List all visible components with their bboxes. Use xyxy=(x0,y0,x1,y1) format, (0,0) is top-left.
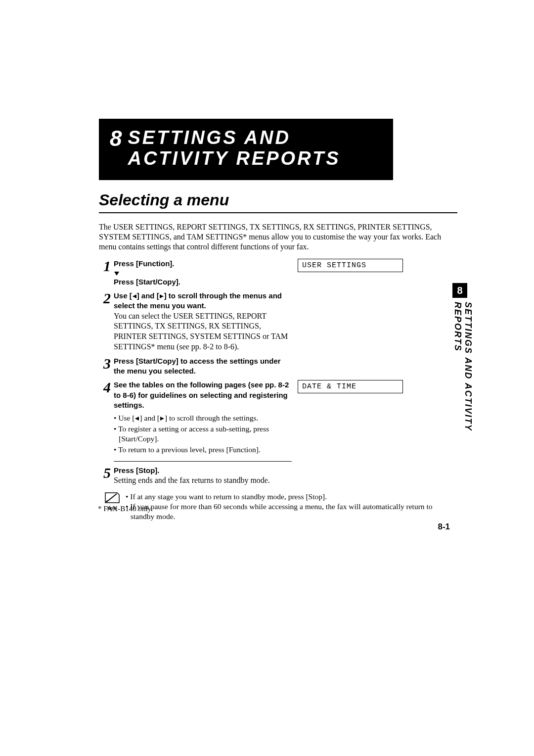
step-5: 5 Press [Stop]. Setting ends and the fax… xyxy=(99,466,457,486)
step-4: 4 See the tables on the following pages … xyxy=(99,380,457,456)
chapter-title-line1: SETTINGS AND xyxy=(128,127,291,148)
step-4-bullet-3: To return to a previous level, press [Fu… xyxy=(114,445,292,455)
step-number: 5 xyxy=(99,466,111,480)
svg-marker-0 xyxy=(114,272,119,276)
svg-marker-2 xyxy=(160,294,164,298)
step-5-bold: Press [Stop]. xyxy=(114,466,292,475)
step-4-bullets: Use [] and [] to scroll through the sett… xyxy=(114,413,292,455)
step-2: 2 Use [] and [] to scroll through the me… xyxy=(99,291,457,352)
step-1: 1 Press [Function]. Press [Start/Copy]. … xyxy=(99,259,457,287)
triangle-right-icon xyxy=(159,294,164,299)
step-number: 1 xyxy=(99,259,111,274)
step-1-line1: Press [Function]. xyxy=(114,259,292,269)
step-5-plain: Setting ends and the fax returns to stan… xyxy=(114,475,292,486)
chapter-number: 8 xyxy=(110,128,122,149)
svg-line-6 xyxy=(107,494,117,502)
triangle-down-icon xyxy=(114,271,120,276)
chapter-banner: 8 SETTINGS AND ACTIVITY REPORTS xyxy=(99,119,393,180)
steps-list: 1 Press [Function]. Press [Start/Copy]. … xyxy=(99,259,457,521)
triangle-right-icon xyxy=(160,416,165,421)
step-number: 3 xyxy=(99,356,111,371)
page-number: 8-1 xyxy=(438,522,450,532)
step-number: 4 xyxy=(99,380,111,395)
step-3-bold: Press [Start/Copy] to access the setting… xyxy=(114,356,292,377)
document-page: 8 SETTINGS AND ACTIVITY REPORTS Selectin… xyxy=(0,0,534,756)
divider xyxy=(114,461,292,462)
step-1-line3: Press [Start/Copy]. xyxy=(114,277,292,287)
step-number: 2 xyxy=(99,291,111,306)
note-bullets: If at any stage you want to return to st… xyxy=(126,492,457,521)
lcd-display-user-settings: USER SETTINGS xyxy=(298,259,403,272)
svg-marker-3 xyxy=(135,417,139,421)
note-bullet-1: If at any stage you want to return to st… xyxy=(126,492,457,502)
triangle-left-icon xyxy=(134,416,139,421)
svg-marker-4 xyxy=(160,417,164,421)
triangle-left-icon xyxy=(132,294,137,299)
note-bullet-2: If you pause for more than 60 seconds wh… xyxy=(126,502,457,521)
side-tab: 8 SETTINGS AND ACTIVITY REPORTS xyxy=(452,283,467,480)
step-4-bold: See the tables on the following pages (s… xyxy=(114,380,292,410)
intro-paragraph: The USER SETTINGS, REPORT SETTINGS, TX S… xyxy=(99,222,457,252)
section-title: Selecting a menu xyxy=(99,191,457,213)
lcd-display-date-time: DATE & TIME xyxy=(298,380,403,393)
side-tab-number: 8 xyxy=(452,283,467,298)
step-2-bold: Use [] and [] to scroll through the menu… xyxy=(114,291,292,311)
chapter-title: SETTINGS AND ACTIVITY REPORTS xyxy=(128,128,340,169)
step-1-arrow xyxy=(114,269,292,277)
chapter-title-line2: ACTIVITY REPORTS xyxy=(128,148,340,169)
svg-marker-1 xyxy=(133,294,136,298)
step-4-bullet-2: To register a setting or access a sub-se… xyxy=(114,424,292,444)
footnote: * FAX-B140 only. xyxy=(98,505,153,513)
side-tab-label: SETTINGS AND ACTIVITY REPORTS xyxy=(452,302,473,480)
step-3: 3 Press [Start/Copy] to access the setti… xyxy=(99,356,457,377)
pencil-note-icon xyxy=(104,492,121,505)
step-2-plain: You can select the USER SETTINGS, REPORT… xyxy=(114,311,292,352)
step-4-bullet-1: Use [] and [] to scroll through the sett… xyxy=(114,413,292,423)
